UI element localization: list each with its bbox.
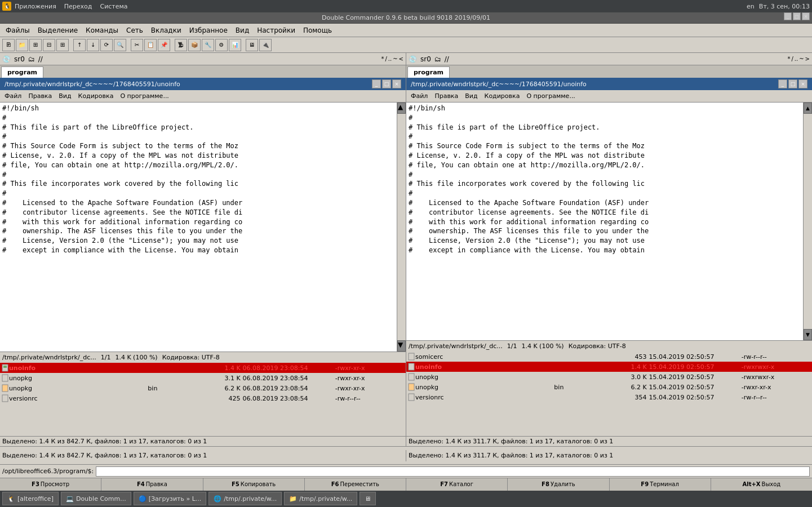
right-viewer-minimize[interactable]: _ xyxy=(778,79,787,88)
taskbar-item-extra[interactable]: 🖥 xyxy=(360,492,376,505)
tb-btn-6[interactable]: ↑ xyxy=(73,39,86,51)
menu-commands[interactable]: Команды xyxy=(82,25,122,35)
right-path-tilde[interactable]: ~ xyxy=(799,56,804,62)
right-path-dotdot[interactable]: .. xyxy=(795,56,798,62)
fkey-bar[interactable]: F3 Просмотр F4 Правка F5 Копировать F6 П… xyxy=(0,478,812,490)
top-menu[interactable]: Приложения Переход Система xyxy=(15,3,128,10)
right-viewer-menu-edit[interactable]: Правка xyxy=(432,91,460,101)
window-controls[interactable]: _ □ × xyxy=(784,12,810,20)
menu-system[interactable]: Система xyxy=(100,3,127,10)
right-file-row-unopkg2[interactable]: unopkg bin 6.2 K 15.04.2019 02:50:57 -rw… xyxy=(406,382,812,392)
left-path-arrow[interactable]: < xyxy=(399,56,403,62)
right-viewer-menu-about[interactable]: О программе... xyxy=(524,91,577,101)
right-scroll-down[interactable]: ▼ xyxy=(804,329,812,340)
left-file-row-versionrc[interactable]: versionrc 425 06.08.2019 23:08:54 -rw-r-… xyxy=(0,393,406,403)
right-path-slash[interactable]: / xyxy=(791,56,793,62)
menu-view[interactable]: Вид xyxy=(232,25,252,35)
left-tab-program[interactable]: program xyxy=(1,66,43,78)
left-file-row-unoinfo[interactable]: unoinfo 1.4 K 06.08.2019 23:08:54 -rwxr-… xyxy=(0,363,406,373)
right-file-list[interactable]: somicerc 453 15.04.2019 02:50:57 -rw-r--… xyxy=(406,352,812,436)
tb-btn-8[interactable]: ⟳ xyxy=(100,39,113,51)
tb-btn-2[interactable]: 📁 xyxy=(16,39,28,51)
left-viewer-menu[interactable]: Файл Правка Вид Кодировка О программе... xyxy=(0,90,406,103)
right-nav-btns[interactable]: * / .. ~ > xyxy=(787,56,810,62)
right-viewer-menu-view[interactable]: Вид xyxy=(463,91,480,101)
left-nav-btns[interactable]: * / .. ~ < xyxy=(381,56,403,62)
left-viewer-scrollbar[interactable]: ▲ ▼ xyxy=(397,103,406,352)
taskbar-item-download[interactable]: 🔵 [Загрузить » L... xyxy=(134,492,207,505)
taskbar-item-tmp1[interactable]: 🌐 /tmp/.private/w... xyxy=(208,492,282,505)
menu-goto[interactable]: Переход xyxy=(64,3,92,10)
taskbar-item-alteroffice[interactable]: 🐧 [alteroffice] xyxy=(2,492,59,505)
left-viewer-menu-encoding[interactable]: Кодировка xyxy=(76,91,116,101)
tb-btn-7[interactable]: ↓ xyxy=(87,39,99,51)
tb-btn-16[interactable]: ⚙ xyxy=(215,39,228,51)
tb-btn-5[interactable]: ⊞ xyxy=(56,39,69,51)
menu-select[interactable]: Выделение xyxy=(34,25,81,35)
menu-apps[interactable]: Приложения xyxy=(15,3,56,10)
tb-btn-19[interactable]: 🔌 xyxy=(259,39,272,51)
right-viewer-maximize[interactable]: □ xyxy=(788,79,797,88)
tb-btn-17[interactable]: 📊 xyxy=(229,39,241,51)
tb-btn-4[interactable]: ⊟ xyxy=(43,39,55,51)
taskbar-item-doublecomm[interactable]: 💻 Double Comm... xyxy=(61,492,131,505)
left-scroll-track[interactable] xyxy=(397,114,406,340)
right-file-row-unopkg1[interactable]: unopkg 3.0 K 15.04.2019 02:50:57 -rwxrwx… xyxy=(406,372,812,382)
fkey-f6[interactable]: F6 Переместить xyxy=(305,478,406,491)
right-viewer-content[interactable]: #!/bin/sh # # This file is part of the L… xyxy=(406,103,803,340)
menu-network[interactable]: Сеть xyxy=(123,25,147,35)
left-viewer-menu-edit[interactable]: Правка xyxy=(26,91,54,101)
left-tab-bar[interactable]: program xyxy=(0,65,406,78)
left-path-dotdot[interactable]: .. xyxy=(388,56,392,62)
fkey-f7[interactable]: F7 Каталог xyxy=(406,478,508,491)
menu-favorites[interactable]: Избранное xyxy=(186,25,231,35)
toolbar[interactable]: 🖹 📁 ⊞ ⊟ ⊞ ↑ ↓ ⟳ 🔍 ✂ 📋 📌 🗜 📦 🔧 ⚙ 📊 🖥 🔌 xyxy=(0,37,812,53)
tb-btn-10[interactable]: ✂ xyxy=(131,39,143,51)
fkey-f8[interactable]: F8 Удалить xyxy=(508,478,609,491)
right-file-row-unoinfo[interactable]: unoinfo 1.4 K 15.04.2019 02:50:57 -rwxrw… xyxy=(406,362,812,372)
left-scroll-down[interactable]: ▼ xyxy=(397,340,406,352)
taskbar[interactable]: 🐧 [alteroffice] 💻 Double Comm... 🔵 [Загр… xyxy=(0,490,812,507)
left-file-list[interactable]: unoinfo 1.4 K 06.08.2019 23:08:54 -rwxr-… xyxy=(0,363,406,436)
fkey-altx[interactable]: Alt+X Выход xyxy=(711,478,812,491)
tb-btn-14[interactable]: 📦 xyxy=(188,39,201,51)
left-viewer-close[interactable]: × xyxy=(392,79,401,88)
tb-btn-12[interactable]: 📌 xyxy=(158,39,170,51)
maximize-btn[interactable]: □ xyxy=(793,12,801,20)
right-viewer-controls[interactable]: _ □ × xyxy=(778,79,807,88)
left-viewer-menu-view[interactable]: Вид xyxy=(56,91,73,101)
menu-settings[interactable]: Настройки xyxy=(254,25,299,35)
left-viewer-content[interactable]: #!/bin/sh # # This file is part of the L… xyxy=(0,103,397,352)
menu-bar[interactable]: Файлы Выделение Команды Сеть Вкладки Изб… xyxy=(0,24,812,37)
minimize-btn[interactable]: _ xyxy=(784,12,792,20)
right-viewer-menu-file[interactable]: Файл xyxy=(409,91,430,101)
left-viewer-maximize[interactable]: □ xyxy=(382,79,391,88)
fkey-f3[interactable]: F3 Просмотр xyxy=(0,478,101,491)
tb-btn-3[interactable]: ⊞ xyxy=(29,39,42,51)
left-viewer-menu-file[interactable]: Файл xyxy=(2,91,24,101)
tb-btn-1[interactable]: 🖹 xyxy=(2,39,15,51)
tb-btn-13[interactable]: 🗜 xyxy=(175,39,187,51)
left-viewer-menu-about[interactable]: О программе... xyxy=(118,91,171,101)
right-tab-bar[interactable]: program xyxy=(406,65,812,78)
right-viewer-close[interactable]: × xyxy=(798,79,807,88)
left-path-star[interactable]: * xyxy=(381,56,384,62)
menu-files[interactable]: Файлы xyxy=(2,25,33,35)
left-viewer-controls[interactable]: _ □ × xyxy=(372,79,401,88)
right-tab-program[interactable]: program xyxy=(407,66,450,78)
command-input[interactable] xyxy=(96,466,810,477)
right-viewer-menu[interactable]: Файл Правка Вид Кодировка О программе... xyxy=(406,90,812,103)
right-path-arrow[interactable]: > xyxy=(805,56,810,62)
left-file-row-unopkg1[interactable]: unopkg 3.1 K 06.08.2019 23:08:54 -rwxr-x… xyxy=(0,373,406,383)
left-scroll-up[interactable]: ▲ xyxy=(397,103,406,114)
left-path-slash[interactable]: / xyxy=(385,56,387,62)
tb-btn-9[interactable]: 🔍 xyxy=(114,39,126,51)
left-path-tilde[interactable]: ~ xyxy=(393,56,397,62)
right-file-row-versionrc[interactable]: versionrc 354 15.04.2019 02:50:57 -rw-r-… xyxy=(406,392,812,402)
menu-help[interactable]: Помощь xyxy=(300,25,335,35)
fkey-f9[interactable]: F9 Терминал xyxy=(610,478,711,491)
left-file-row-unopkg2[interactable]: unopkg bin 6.2 K 06.08.2019 23:08:54 -rw… xyxy=(0,383,406,393)
right-scroll-up[interactable]: ▲ xyxy=(804,103,812,114)
right-viewer-scrollbar[interactable]: ▲ ▼ xyxy=(803,103,812,340)
tb-btn-15[interactable]: 🔧 xyxy=(202,39,214,51)
